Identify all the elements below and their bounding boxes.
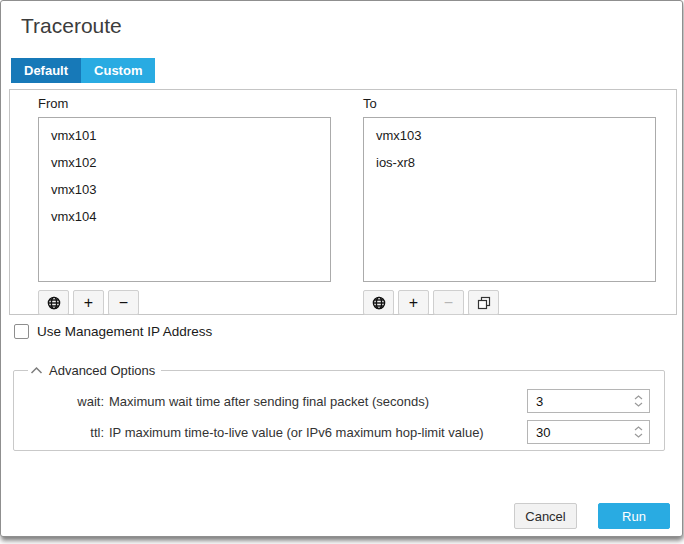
minus-icon: − [444, 295, 453, 311]
endpoints-group: From vmx101 vmx102 vmx103 vmx104 [9, 89, 677, 315]
list-item[interactable]: vmx103 [39, 176, 330, 203]
from-list-actions: + − [38, 290, 331, 315]
list-item[interactable]: vmx103 [364, 122, 655, 149]
use-management-ip-checkbox[interactable] [14, 324, 29, 339]
from-label: From [38, 96, 331, 111]
ttl-value: 30 [528, 425, 627, 440]
use-management-ip-label: Use Management IP Address [37, 324, 212, 339]
cancel-button[interactable]: Cancel [514, 503, 577, 529]
list-item[interactable]: ios-xr8 [364, 149, 655, 176]
management-ip-row: Use Management IP Address [14, 324, 212, 339]
to-copy-button[interactable] [468, 290, 499, 315]
wait-value: 3 [528, 394, 627, 409]
spinner-down-icon [634, 402, 643, 407]
ttl-key-label: ttl: [26, 425, 104, 440]
traceroute-dialog: Traceroute Default Custom From vmx101 vm… [0, 0, 683, 537]
spinner-down-icon [634, 433, 643, 438]
list-item[interactable]: vmx104 [39, 203, 330, 230]
to-list-actions: + − [363, 290, 656, 315]
ttl-row: ttl: IP maximum time-to-live value (or I… [26, 420, 650, 444]
tab-bar: Default Custom [11, 58, 155, 83]
page-title: Traceroute [21, 14, 122, 38]
advanced-options-fieldset: Advanced Options wait: Maximum wait time… [13, 363, 665, 451]
to-add-button[interactable]: + [398, 290, 429, 315]
plus-icon: + [84, 295, 93, 311]
to-label: To [363, 96, 656, 111]
tab-default[interactable]: Default [11, 58, 81, 83]
chevron-up-icon[interactable] [30, 366, 43, 375]
from-section: From vmx101 vmx102 vmx103 vmx104 [38, 90, 331, 315]
wait-key-label: wait: [26, 394, 104, 409]
wait-row: wait: Maximum wait time after sending fi… [26, 389, 650, 413]
ttl-desc-label: IP maximum time-to-live value (or IPv6 m… [109, 425, 484, 440]
tab-custom[interactable]: Custom [81, 58, 155, 83]
minus-icon: − [119, 295, 128, 311]
spinner-up-icon [634, 426, 643, 431]
advanced-options-title: Advanced Options [49, 363, 155, 378]
globe-icon [47, 296, 61, 310]
list-item[interactable]: vmx102 [39, 149, 330, 176]
screen: Traceroute Default Custom From vmx101 vm… [0, 0, 684, 544]
globe-icon [372, 296, 386, 310]
wait-stepper[interactable] [627, 395, 649, 407]
wait-input[interactable]: 3 [527, 389, 650, 413]
from-globe-button[interactable] [38, 290, 69, 315]
advanced-options-legend: Advanced Options [28, 363, 161, 378]
to-globe-button[interactable] [363, 290, 394, 315]
from-listbox[interactable]: vmx101 vmx102 vmx103 vmx104 [38, 117, 331, 282]
ttl-input[interactable]: 30 [527, 420, 650, 444]
to-remove-button[interactable]: − [433, 290, 464, 315]
copy-icon [477, 296, 491, 310]
ttl-stepper[interactable] [627, 426, 649, 438]
wait-desc-label: Maximum wait time after sending final pa… [109, 394, 429, 409]
from-add-button[interactable]: + [73, 290, 104, 315]
to-listbox[interactable]: vmx103 ios-xr8 [363, 117, 656, 282]
list-item[interactable]: vmx101 [39, 122, 330, 149]
from-remove-button[interactable]: − [108, 290, 139, 315]
plus-icon: + [409, 295, 418, 311]
spinner-up-icon [634, 395, 643, 400]
to-section: To vmx103 ios-xr8 [363, 90, 656, 315]
run-button[interactable]: Run [598, 503, 670, 529]
